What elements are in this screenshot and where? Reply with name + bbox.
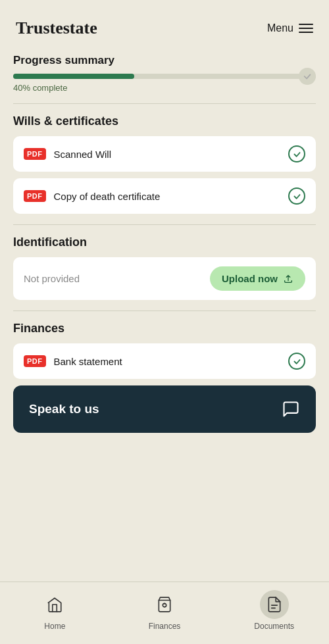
hamburger-icon [299,24,313,33]
not-provided-label: Not provided [24,273,80,284]
will-check-circle [288,145,305,162]
progress-bar-fill [13,74,134,79]
nav-finances-label: Finances [149,622,181,631]
bank-doc-name: Bank statement [54,356,122,367]
nav-home-label: Home [44,622,65,631]
scanned-will-card: PDF Scanned Will [13,136,316,172]
app-logo: Trustestate [16,18,97,38]
bank-check-icon [293,357,301,366]
speak-btn-label: Speak to us [29,402,99,416]
chat-icon [282,400,300,418]
doc-left-3: PDF Bank statement [24,355,122,367]
cert-doc-name: Copy of death certificate [54,191,161,202]
upload-btn-label: Upload now [222,273,278,284]
pdf-badge-bank: PDF [24,355,46,367]
finances-section: Finances PDF Bank statement [13,322,316,379]
progress-title: Progress summary [13,54,316,67]
pdf-badge-will: PDF [24,148,46,160]
bank-check-circle [288,353,305,370]
app-header: Trustestate Menu [0,0,329,49]
death-certificate-card: PDF Copy of death certificate [13,178,316,214]
home-icon [46,596,63,613]
divider-2 [13,224,316,225]
wills-title: Wills & certificates [13,114,316,128]
documents-icon-wrapper [260,590,289,619]
divider-3 [13,310,316,311]
identification-section: Identification Not provided Upload now [13,235,316,300]
main-content: Progress summary 40% complete Wills & ce… [0,49,329,582]
nav-finances[interactable]: Finances [110,590,220,631]
nav-home[interactable]: Home [0,590,110,631]
progress-check-circle [299,68,316,85]
progress-label: 40% complete [13,83,316,93]
nav-documents[interactable]: Documents [219,590,329,631]
documents-icon [266,596,283,613]
speak-to-us-button[interactable]: Speak to us [13,385,316,433]
menu-button[interactable]: Menu [267,22,313,34]
finances-title: Finances [13,322,316,335]
wills-section: Wills & certificates PDF Scanned Will PD… [13,114,316,214]
progress-section: Progress summary 40% complete [13,54,316,93]
will-doc-name: Scanned Will [54,149,112,160]
doc-left: PDF Scanned Will [24,148,111,160]
bank-statement-card: PDF Bank statement [13,343,316,379]
menu-label: Menu [267,22,293,34]
finances-icon-wrapper [150,590,179,619]
identification-title: Identification [13,235,316,249]
finances-icon [156,596,173,613]
nav-documents-label: Documents [254,622,294,631]
will-check-icon [293,150,301,159]
doc-left-2: PDF Copy of death certificate [24,190,160,202]
bottom-nav: Home Finances Documents [0,582,329,644]
progress-bar-container [13,74,316,79]
cert-check-circle [288,187,305,205]
pdf-badge-cert: PDF [24,190,46,202]
progress-check-icon [303,72,312,81]
home-icon-wrapper [40,590,69,619]
upload-now-button[interactable]: Upload now [210,266,305,291]
identification-card: Not provided Upload now [13,257,316,300]
cert-check-icon [293,192,301,201]
divider-1 [13,103,316,104]
upload-icon [283,274,293,284]
